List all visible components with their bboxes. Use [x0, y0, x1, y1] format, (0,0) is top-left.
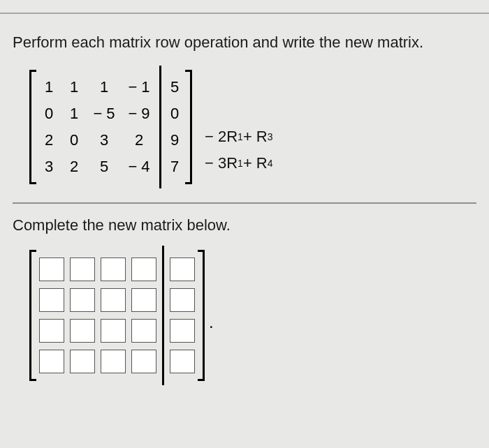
augment-body: 5 0 9 7 — [164, 70, 185, 184]
matrix-row: 2 0 3 2 — [36, 127, 156, 154]
matrix-cell: 2 — [122, 131, 156, 149]
op-text: + R — [243, 154, 268, 172]
matrix-cell: 1 — [61, 78, 87, 96]
op-sub: 4 — [268, 158, 273, 169]
matrix-row: 9 — [164, 127, 185, 154]
op-sub: 3 — [268, 131, 273, 142]
matrix-row: 5 — [164, 74, 185, 100]
answer-row — [167, 315, 198, 346]
bracket-right-icon — [198, 250, 205, 381]
answer-input[interactable] — [131, 257, 156, 281]
matrix-cell: 1 — [36, 78, 61, 96]
answer-row — [36, 254, 159, 285]
matrix-row: 7 — [164, 154, 185, 180]
answer-aug-body — [167, 250, 198, 381]
matrix-cell: − 4 — [122, 158, 156, 176]
matrix-cell: 1 — [61, 105, 87, 123]
operation-line-1: − 2R1 + R3 — [205, 124, 273, 150]
answer-input[interactable] — [170, 257, 195, 281]
augment-bar-icon — [159, 66, 161, 188]
bracket-right-icon — [185, 70, 192, 184]
answer-row — [167, 285, 198, 315]
op-text: + R — [243, 128, 268, 146]
complete-instruction: Complete the new matrix below. — [13, 216, 476, 234]
answer-input[interactable] — [101, 288, 126, 312]
matrix-aug-cell: 0 — [164, 105, 185, 123]
instruction-text: Perform each matrix row operation and wr… — [13, 33, 476, 52]
operation-line-2: − 3R1 + R4 — [205, 150, 273, 177]
bracket-left-icon — [29, 70, 36, 184]
answer-row — [167, 346, 198, 377]
matrix-cell: 0 — [36, 105, 61, 123]
answer-input[interactable] — [70, 350, 95, 373]
matrix-cell: 0 — [61, 131, 87, 149]
answer-input[interactable] — [70, 319, 95, 343]
period-text: . — [209, 313, 214, 381]
matrix-cell: − 1 — [122, 78, 156, 96]
matrix-cell: 1 — [87, 78, 122, 96]
answer-input[interactable] — [39, 350, 64, 373]
given-matrix-block: 1 1 1 − 1 0 1 − 5 − 9 2 0 3 2 — [29, 70, 476, 184]
answer-input[interactable] — [131, 350, 156, 373]
matrix-row: 0 — [164, 100, 185, 127]
matrix-aug-cell: 9 — [164, 131, 185, 149]
answer-input[interactable] — [101, 319, 126, 343]
answer-input[interactable] — [170, 350, 195, 373]
answer-input[interactable] — [70, 288, 95, 312]
matrix-row: 1 1 1 − 1 — [36, 74, 156, 100]
augment-bar-icon — [162, 246, 164, 385]
answer-row — [36, 285, 159, 315]
answer-input[interactable] — [70, 257, 95, 281]
matrix-aug-cell: 7 — [164, 158, 185, 176]
answer-matrix — [29, 250, 205, 381]
answer-input[interactable] — [170, 288, 195, 312]
matrix-aug-cell: 5 — [164, 78, 185, 96]
matrix-cell: − 9 — [122, 105, 156, 123]
matrix-row: 0 1 − 5 − 9 — [36, 100, 156, 127]
matrix-body: 1 1 1 − 1 0 1 − 5 − 9 2 0 3 2 — [36, 70, 156, 184]
answer-row — [36, 346, 159, 377]
answer-input[interactable] — [39, 288, 64, 312]
answer-row — [167, 254, 198, 285]
matrix-cell: 2 — [36, 131, 61, 149]
content-area: Perform each matrix row operation and wr… — [0, 14, 489, 381]
op-text: − 3R — [205, 154, 238, 172]
matrix-cell: 3 — [36, 158, 61, 176]
op-sub: 1 — [238, 131, 243, 142]
answer-matrix-block: . — [29, 250, 476, 381]
answer-row — [36, 315, 159, 346]
op-sub: 1 — [238, 158, 243, 169]
bracket-left-icon — [29, 250, 36, 381]
answer-input[interactable] — [39, 257, 64, 281]
matrix-row: 3 2 5 − 4 — [36, 154, 156, 180]
answer-input[interactable] — [131, 319, 156, 343]
answer-input[interactable] — [131, 288, 156, 312]
matrix-cell: − 5 — [87, 105, 122, 123]
row-operations: − 2R1 + R3 − 3R1 + R4 — [205, 77, 273, 177]
divider-mid — [13, 202, 476, 204]
matrix-cell: 2 — [61, 158, 87, 176]
given-matrix: 1 1 1 − 1 0 1 − 5 − 9 2 0 3 2 — [29, 70, 192, 184]
answer-input[interactable] — [39, 319, 64, 343]
answer-input[interactable] — [101, 257, 126, 281]
answer-input[interactable] — [170, 319, 195, 343]
answer-input[interactable] — [101, 350, 126, 373]
op-text: − 2R — [205, 128, 238, 146]
matrix-cell: 3 — [87, 131, 122, 149]
answer-body — [36, 250, 159, 381]
matrix-cell: 5 — [87, 158, 122, 176]
